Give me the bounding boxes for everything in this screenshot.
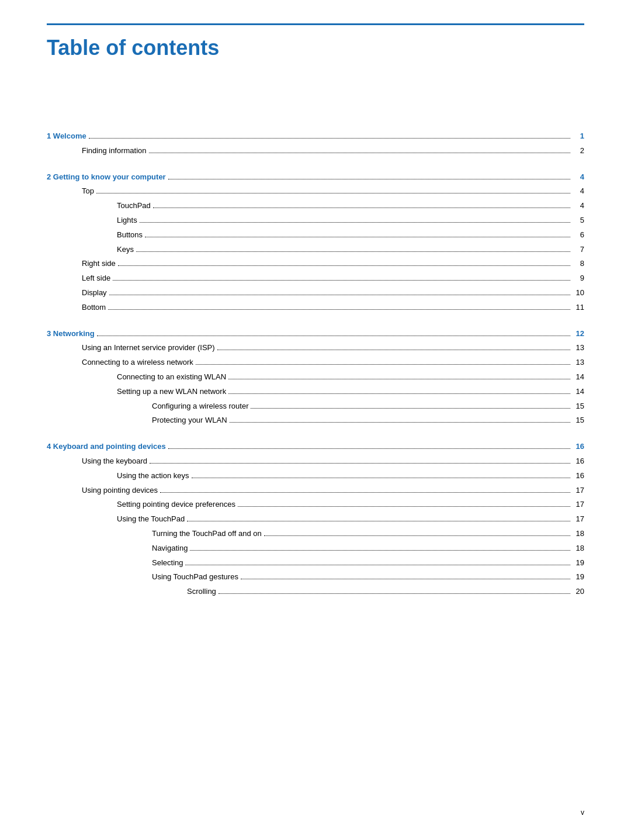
toc-page: 18: [573, 528, 584, 540]
toc-page: 4: [573, 185, 584, 198]
toc-entry-ch2-s1-4[interactable]: Keys7: [47, 244, 584, 256]
toc-label: Setting pointing device preferences: [117, 499, 235, 511]
toc-dots: [187, 521, 570, 521]
toc-page: 13: [573, 357, 584, 369]
toc-entry-ch4-s2-2-4-1[interactable]: Scrolling20: [47, 586, 584, 598]
toc-entry-ch4[interactable]: 4 Keyboard and pointing devices16: [47, 441, 584, 453]
toc-entry-ch2-s5[interactable]: Bottom11: [47, 302, 584, 314]
toc-page: 13: [573, 342, 584, 354]
toc-dots: [192, 478, 570, 478]
toc-label: Bottom: [82, 302, 106, 314]
toc-page: 4: [573, 171, 584, 184]
toc-dots: [97, 336, 570, 336]
toc-page: 5: [573, 215, 584, 227]
toc-dots: [241, 579, 570, 579]
toc-entry-ch3-s2-1[interactable]: Connecting to an existing WLAN14: [47, 371, 584, 383]
toc-label: 4 Keyboard and pointing devices: [47, 441, 166, 453]
toc-page: 1: [573, 130, 584, 143]
toc-entry-ch4-s2-2-3[interactable]: Selecting19: [47, 557, 584, 569]
toc-dots: [228, 379, 570, 379]
toc-entry-ch4-s1-1[interactable]: Using the action keys16: [47, 470, 584, 482]
toc-label: Using pointing devices: [82, 485, 158, 497]
toc-page: 9: [573, 272, 584, 285]
toc-page: 2: [573, 145, 584, 157]
toc-entry-ch2-s3[interactable]: Left side9: [47, 272, 584, 285]
toc-page: 15: [573, 400, 584, 413]
toc-entry-ch3-s2[interactable]: Connecting to a wireless network13: [47, 357, 584, 369]
toc-entry-ch3-s2-2-1[interactable]: Configuring a wireless router15: [47, 400, 584, 413]
toc-entry-ch3-s1[interactable]: Using an Internet service provider (ISP)…: [47, 342, 584, 354]
toc-page: 6: [573, 229, 584, 241]
toc-label: Setting up a new WLAN network: [117, 386, 226, 398]
toc-page: 20: [573, 586, 584, 598]
toc-page: 18: [573, 542, 584, 555]
toc-label: Finding information: [82, 145, 147, 157]
toc-container: 1 Welcome1Finding information22 Getting …: [47, 130, 584, 598]
toc-dots: [264, 535, 570, 536]
toc-page: 14: [573, 371, 584, 383]
toc-label: Using TouchPad gestures: [152, 571, 238, 583]
toc-entry-ch3-s2-2[interactable]: Setting up a new WLAN network14: [47, 386, 584, 398]
toc-label: Keys: [117, 244, 134, 256]
toc-label: Protecting your WLAN: [152, 414, 227, 427]
toc-page: 19: [573, 571, 584, 583]
toc-entry-ch2-s1-3[interactable]: Buttons6: [47, 229, 584, 241]
toc-dots: [140, 222, 570, 223]
toc-label: Lights: [117, 215, 137, 227]
toc-label: Right side: [82, 258, 116, 270]
toc-dots: [160, 492, 570, 493]
toc-page: 19: [573, 557, 584, 569]
toc-page: 16: [573, 470, 584, 482]
toc-page: 17: [573, 513, 584, 526]
toc-label: Display: [82, 287, 107, 299]
toc-entry-ch2-s4[interactable]: Display10: [47, 287, 584, 299]
toc-page: 7: [573, 244, 584, 256]
toc-dots: [196, 364, 570, 365]
toc-dots: [118, 265, 570, 266]
toc-dots: [251, 408, 570, 409]
toc-label: Configuring a wireless router: [152, 400, 248, 413]
toc-dots: [136, 251, 570, 252]
toc-entry-ch1-s1[interactable]: Finding information2: [47, 145, 584, 157]
toc-entry-ch4-s2-2[interactable]: Using the TouchPad17: [47, 513, 584, 526]
toc-label: Using an Internet service provider (ISP): [82, 342, 215, 354]
toc-entry-ch4-s2-2-1[interactable]: Turning the TouchPad off and on18: [47, 528, 584, 540]
toc-entry-ch4-s2-2-4[interactable]: Using TouchPad gestures19: [47, 571, 584, 583]
toc-dots: [217, 350, 570, 350]
toc-dots: [238, 506, 570, 507]
toc-label: Buttons: [117, 229, 143, 241]
page-title: Table of contents: [47, 36, 584, 60]
toc-label: Left side: [82, 272, 110, 285]
toc-dots: [219, 593, 570, 594]
toc-entry-ch4-s2[interactable]: Using pointing devices17: [47, 485, 584, 497]
footer-page-number: v: [581, 808, 584, 817]
toc-dots: [168, 179, 570, 179]
toc-label: Top: [82, 185, 94, 198]
toc-entry-ch2-s1[interactable]: Top4: [47, 185, 584, 198]
toc-page: 14: [573, 386, 584, 398]
toc-page: 12: [573, 328, 584, 340]
toc-dots: [153, 208, 570, 208]
toc-label: Connecting to an existing WLAN: [117, 371, 226, 383]
toc-entry-ch2-s1-2[interactable]: Lights5: [47, 215, 584, 227]
toc-dots: [230, 422, 570, 423]
toc-entry-ch3[interactable]: 3 Networking12: [47, 328, 584, 340]
toc-page: 11: [573, 302, 584, 314]
toc-entry-ch3-s2-2-2[interactable]: Protecting your WLAN15: [47, 414, 584, 427]
toc-entry-ch4-s2-2-2[interactable]: Navigating18: [47, 542, 584, 555]
toc-dots: [89, 138, 570, 139]
toc-dots: [149, 153, 570, 153]
toc-entry-ch2[interactable]: 2 Getting to know your computer4: [47, 171, 584, 184]
toc-label: Connecting to a wireless network: [82, 357, 193, 369]
toc-page: 16: [573, 455, 584, 468]
toc-entry-ch4-s1[interactable]: Using the keyboard16: [47, 455, 584, 468]
toc-entry-ch1[interactable]: 1 Welcome1: [47, 130, 584, 143]
toc-entry-ch2-s1-1[interactable]: TouchPad4: [47, 200, 584, 212]
toc-label: Scrolling: [187, 586, 216, 598]
toc-label: TouchPad: [117, 200, 151, 212]
toc-dots: [190, 550, 570, 551]
toc-label: Navigating: [152, 542, 188, 555]
toc-entry-ch2-s2[interactable]: Right side8: [47, 258, 584, 270]
toc-label: 2 Getting to know your computer: [47, 171, 166, 184]
toc-entry-ch4-s2-1[interactable]: Setting pointing device preferences17: [47, 499, 584, 511]
